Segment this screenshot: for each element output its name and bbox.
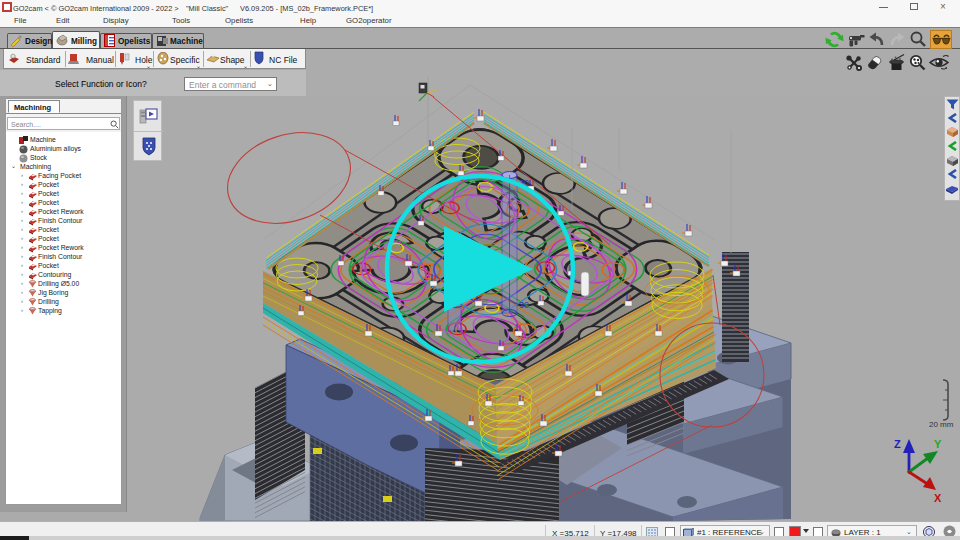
svg-text:30: 30 — [519, 300, 529, 310]
svg-text:Z: Z — [894, 438, 901, 450]
svg-text:X: X — [934, 492, 942, 504]
svg-text:Y: Y — [934, 438, 942, 450]
